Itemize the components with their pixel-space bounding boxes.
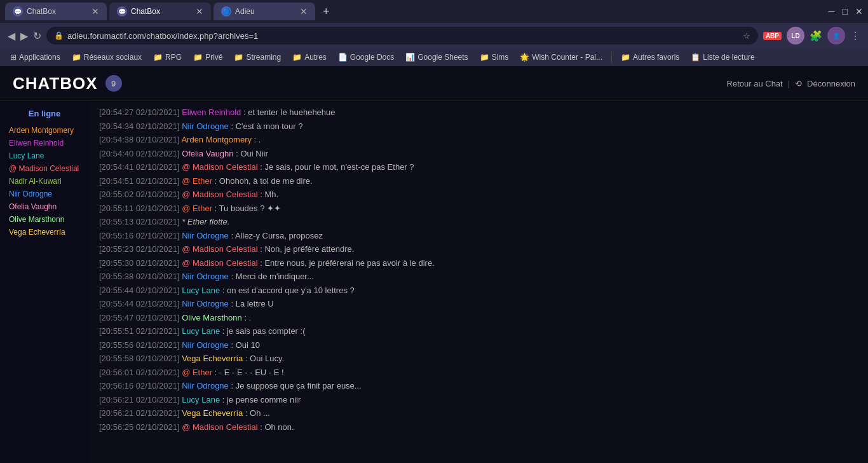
message-time: [20:54:38 02/10/2021]: [99, 135, 181, 144]
message-time: [20:55:13 02/10/2021]: [99, 217, 182, 226]
bookmark-autres2[interactable]: 📁 Autres favoris: [616, 52, 684, 63]
message-username: Vega Echeverría: [182, 408, 243, 418]
bookmark-wish[interactable]: 🌟 Wish Counter - Pai...: [515, 52, 607, 63]
tab-3-close[interactable]: ✕: [300, 6, 308, 17]
tab-1-favicon: 💬: [13, 6, 23, 17]
sidebar-user-item[interactable]: Arden Montgomery: [6, 125, 83, 136]
message-time: [20:55:38 02/10/2021]: [99, 272, 182, 281]
message-time: [20:56:01 02/10/2021]: [99, 368, 182, 377]
message-text: : Je suppose que ça finit par euse...: [229, 381, 362, 390]
message-time: [20:56:21 02/10/2021]: [99, 408, 182, 418]
message-time: [20:54:51 02/10/2021]: [99, 176, 182, 186]
extensions-icon[interactable]: 🧩: [810, 30, 822, 42]
window-controls: ─ □ ✕: [829, 6, 863, 17]
tab-2-close[interactable]: ✕: [196, 6, 203, 17]
folder-icon-autres: 📁: [292, 53, 302, 62]
tab-2-favicon: 💬: [117, 6, 127, 17]
chat-message: [20:55:13 02/10/2021] * Ether flotte.: [99, 216, 858, 228]
sidebar-user-item[interactable]: Olive Marsthonn: [6, 214, 83, 225]
message-username: @ Ether: [182, 176, 212, 186]
message-time: [20:55:44 02/10/2021]: [99, 286, 182, 295]
message-text: : - E - E - - EU - E !: [212, 368, 284, 377]
chat-message: [20:54:27 02/10/2021] Eliwen Reinhold : …: [99, 106, 858, 119]
chat-message: [20:55:51 02/10/2021] Lucy Lane : je sai…: [99, 325, 858, 338]
tab-3-favicon: 🔵: [221, 6, 231, 17]
back-button[interactable]: ◀: [8, 30, 15, 42]
chat-message: [20:55:30 02/10/2021] @ Madison Celestia…: [99, 257, 858, 270]
bookmark-reseaux[interactable]: 📁 Réseaux sociaux: [67, 52, 147, 63]
new-tab-button[interactable]: +: [318, 5, 335, 18]
message-time: [20:55:16 02/10/2021]: [99, 231, 182, 240]
message-username: @ Ether: [182, 368, 212, 377]
bookmark-gsheets[interactable]: 📊 Google Sheets: [400, 52, 473, 63]
sidebar-user-item[interactable]: Vega Echeverría: [6, 226, 83, 238]
message-text: : La lettre U: [229, 299, 274, 308]
sidebar-user-item[interactable]: Lucy Lane: [6, 150, 83, 162]
message-time: [20:54:34 02/10/2021]: [99, 121, 182, 131]
maximize-button[interactable]: □: [843, 6, 848, 17]
chat-message: [20:56:21 02/10/2021] Lucy Lane : je pen…: [99, 394, 858, 406]
bookmark-gdocs[interactable]: 📄 Google Docs: [333, 52, 399, 63]
message-text: : Je sais, pour le mot, n'est-ce pas Eth…: [258, 162, 414, 172]
user-profile-icon[interactable]: 👤: [827, 27, 845, 45]
message-username: Olive Marsthonn: [182, 313, 242, 322]
message-time: [20:54:41 02/10/2021]: [99, 162, 182, 172]
profile-avatar[interactable]: LD: [787, 27, 804, 45]
sidebar-user-item[interactable]: Ofelia Vaughn: [6, 201, 83, 212]
chat-message: [20:54:40 02/10/2021] Ofelia Vaughn : Ou…: [99, 148, 858, 160]
message-text: : Entre nous, je préférerai ne pas avoir…: [258, 258, 435, 268]
message-time: [20:56:21 02/10/2021]: [99, 395, 182, 404]
url-input[interactable]: [67, 31, 739, 41]
message-time: [20:55:11 02/10/2021]: [99, 204, 182, 213]
bookmark-liste[interactable]: 📋 Liste de lecture: [686, 52, 759, 63]
bookmark-streaming[interactable]: 📁 Streaming: [229, 52, 286, 63]
tab-3[interactable]: 🔵 Adieu ✕: [214, 3, 315, 20]
main-layout: En ligne Arden MontgomeryEliwen Reinhold…: [0, 101, 868, 463]
refresh-button[interactable]: ↻: [33, 30, 41, 42]
chat-message: [20:55:44 02/10/2021] Niir Odrogne : La …: [99, 298, 858, 310]
menu-icon[interactable]: ⋮: [850, 30, 860, 42]
star-icon[interactable]: ☆: [743, 31, 750, 41]
sidebar-user-item[interactable]: Niir Odrogne: [6, 188, 83, 200]
chat-message: [20:55:47 02/10/2021] Olive Marsthonn : …: [99, 312, 858, 324]
tab-1[interactable]: 💬 ChatBox ✕: [5, 3, 107, 20]
message-text: : Oh non.: [258, 422, 294, 432]
message-text: : .: [242, 313, 251, 322]
bookmark-rpg[interactable]: 📁 RPG: [148, 52, 187, 63]
url-bar[interactable]: 🔒 ☆: [46, 27, 758, 45]
message-username: @ Madison Celestial: [182, 244, 257, 254]
bookmark-sims[interactable]: 📁 Sims: [475, 52, 514, 63]
message-text: : C'est à mon tour ?: [229, 121, 303, 131]
message-time: [20:55:47 02/10/2021]: [99, 313, 182, 322]
bookmarks-separator: [611, 52, 612, 63]
close-window-button[interactable]: ✕: [855, 6, 863, 17]
tab-1-close[interactable]: ✕: [92, 6, 99, 17]
message-text: : et tenter le huehehehue: [241, 107, 335, 117]
abp-badge[interactable]: ABP: [763, 32, 782, 40]
retour-chat-link[interactable]: Retour au Chat: [727, 79, 783, 88]
message-username: @ Madison Celestial: [182, 258, 257, 268]
message-time: [20:55:56 02/10/2021]: [99, 340, 182, 350]
deconnexion-link[interactable]: Déconnexion: [807, 79, 855, 88]
chat-area[interactable]: [20:54:27 02/10/2021] Eliwen Reinhold : …: [89, 101, 868, 463]
bookmark-autres[interactable]: 📁 Autres: [287, 52, 332, 63]
message-username: Niir Odrogne: [182, 272, 229, 281]
chat-message: [20:55:58 02/10/2021] Vega Echeverría : …: [99, 352, 858, 365]
tab-2[interactable]: 💬 ChatBox ✕: [109, 3, 211, 20]
bookmark-applications[interactable]: ⊞ Applications: [5, 52, 65, 63]
liste-icon: 📋: [691, 53, 700, 62]
folder-icon-autres2: 📁: [621, 53, 630, 62]
sidebar-user-item[interactable]: Nadir Al-Kuwari: [6, 176, 83, 187]
tab-1-title: ChatBox: [27, 7, 88, 16]
bookmark-prive[interactable]: 📁 Privé: [188, 52, 227, 63]
message-username: Niir Odrogne: [182, 381, 229, 390]
online-count: 9: [105, 75, 122, 92]
minimize-button[interactable]: ─: [829, 6, 835, 17]
sidebar-user-item[interactable]: Eliwen Reinhold: [6, 137, 83, 149]
chat-message: [20:56:21 02/10/2021] Vega Echeverría : …: [99, 407, 858, 420]
forward-button[interactable]: ▶: [20, 30, 28, 42]
folder-icon-streaming: 📁: [234, 53, 243, 62]
chat-message: [20:55:56 02/10/2021] Niir Odrogne : Oui…: [99, 339, 858, 352]
message-username: Niir Odrogne: [182, 299, 229, 308]
sidebar-user-item[interactable]: @ Madison Celestial: [6, 163, 83, 174]
